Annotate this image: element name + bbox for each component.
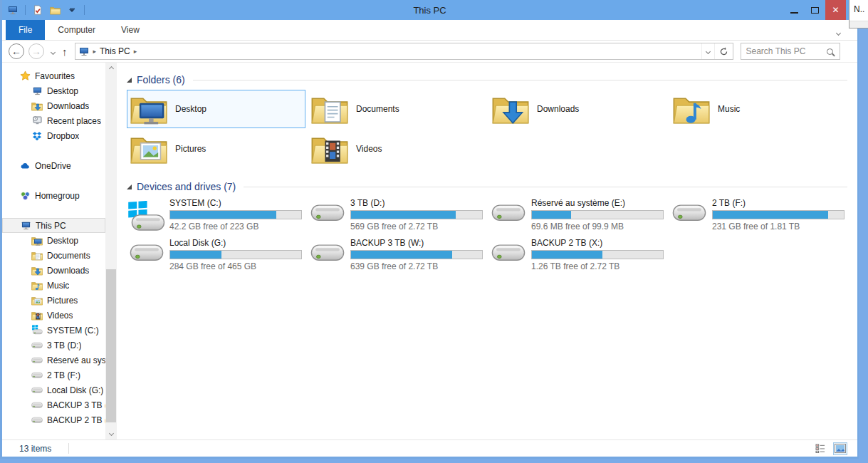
sidebar-item-downloads[interactable]: Downloads — [2, 98, 105, 113]
breadcrumb-arrow-icon[interactable]: ▸ — [93, 48, 97, 55]
sidebar-item-drive-e[interactable]: Réservé au systèr — [2, 353, 105, 368]
music-folder-icon — [672, 93, 711, 125]
recent-locations-chevron-icon[interactable] — [51, 46, 55, 56]
scroll-down-icon[interactable] — [105, 427, 117, 439]
group-header-folders[interactable]: Folders (6) — [127, 73, 847, 87]
customize-toolbar-chevron-icon[interactable] — [66, 4, 78, 16]
sidebar-item-onedrive[interactable]: OneDrive — [2, 158, 105, 173]
back-button[interactable]: ← — [9, 43, 24, 59]
sidebar-item-this-pc[interactable]: This PC — [2, 218, 105, 233]
cloud-icon — [19, 161, 31, 171]
videos-folder-icon — [310, 132, 349, 165]
breadcrumb[interactable]: ▸ This PC ▸ — [75, 46, 701, 56]
sidebar-item-drive-f[interactable]: 2 TB (F:) — [2, 368, 105, 383]
drive-tile-c[interactable]: SYSTEM (C:) 42.2 GB free of 223 GB — [127, 197, 305, 235]
drive-tile-g[interactable]: Local Disk (G:) 284 GB free of 465 GB — [127, 236, 305, 275]
toolbar-separator — [25, 5, 26, 15]
group-rule — [244, 187, 847, 187]
drive-icon — [488, 201, 528, 224]
monitor-icon — [31, 86, 43, 95]
folder-tile-desktop[interactable]: Desktop — [127, 90, 305, 128]
sidebar-item-drive-x[interactable]: BACKUP 2 TB (X: — [2, 412, 105, 427]
ribbon-expand-chevron-icon[interactable] — [837, 27, 840, 37]
group-header-drives[interactable]: Devices and drives (7) — [127, 180, 847, 194]
drive-tile-w[interactable]: BACKUP 3 TB (W:) 639 GB free of 2.72 TB — [308, 236, 486, 275]
scrollbar-thumb[interactable] — [106, 269, 116, 422]
drive-icon — [31, 356, 43, 364]
sidebar-item-pc-pictures[interactable]: Pictures — [2, 293, 105, 308]
sidebar-item-pc-downloads[interactable]: Downloads — [2, 263, 105, 278]
sidebar-item-pc-music[interactable]: Music — [2, 278, 105, 293]
capacity-bar — [712, 210, 845, 219]
capacity-bar — [531, 250, 664, 259]
address-dropdown-chevron-icon[interactable] — [701, 43, 714, 59]
drive-icon — [308, 241, 347, 264]
tab-computer[interactable]: Computer — [45, 20, 108, 40]
sidebar-item-drive-w[interactable]: BACKUP 3 TB (W — [2, 397, 105, 412]
sidebar-item-favourites[interactable]: Favourites — [2, 68, 105, 83]
thumbnails-view-icon[interactable] — [833, 442, 847, 455]
close-button[interactable]: ✕ — [825, 0, 846, 20]
sidebar-item-pc-videos[interactable]: Videos — [2, 308, 105, 323]
folder-tile-videos[interactable]: Videos — [308, 130, 486, 168]
drive-tile-d[interactable]: 3 TB (D:) 569 GB free of 2.72 TB — [308, 197, 486, 235]
capacity-bar — [531, 210, 664, 219]
sidebar-scrollbar[interactable] — [105, 63, 117, 439]
dropbox-icon — [31, 131, 43, 141]
drive-icon — [31, 371, 43, 379]
properties-icon[interactable] — [31, 4, 44, 16]
drive-tile-e[interactable]: Réservé au système (E:) 69.6 MB free of … — [488, 197, 667, 235]
scroll-up-icon[interactable] — [105, 63, 117, 75]
sidebar-item-homegroup[interactable]: Homegroup — [2, 188, 105, 203]
tab-file[interactable]: File — [6, 20, 45, 40]
desktop-folder-icon — [31, 236, 43, 246]
folder-tile-downloads[interactable]: Downloads — [488, 90, 667, 128]
minimize-button[interactable] — [784, 0, 805, 20]
drive-icon — [31, 386, 43, 394]
drive-icon — [31, 416, 43, 424]
documents-folder-icon — [310, 93, 349, 125]
collapse-triangle-icon[interactable] — [127, 184, 132, 189]
pictures-folder-icon — [31, 296, 43, 306]
system-menu-icon[interactable] — [6, 4, 19, 16]
downloads-folder-icon — [31, 266, 43, 276]
sidebar-item-drive-c[interactable]: SYSTEM (C:) — [2, 323, 105, 338]
drive-icon — [31, 401, 43, 409]
sidebar-item-drive-g[interactable]: Local Disk (G:) — [2, 383, 105, 397]
maximize-button[interactable] — [805, 0, 825, 20]
folders-grid: Desktop Documents Downloads Music Pictur… — [127, 90, 847, 170]
sidebar-item-desktop[interactable]: Desktop — [2, 83, 105, 98]
forward-button[interactable]: → — [28, 43, 44, 59]
group-title[interactable]: Folders (6) — [137, 74, 185, 85]
background-window[interactable]: N.. — [849, 0, 868, 28]
address-bar[interactable]: ▸ This PC ▸ — [75, 43, 733, 60]
drive-tile-f[interactable]: 2 TB (F:) 231 GB free of 1.81 TB — [669, 197, 848, 235]
folder-tile-pictures[interactable]: Pictures — [127, 130, 305, 168]
drive-icon — [669, 201, 709, 224]
tab-view[interactable]: View — [108, 20, 152, 40]
drive-tile-x[interactable]: BACKUP 2 TB (X:) 1.26 TB free of 2.72 TB — [488, 236, 667, 275]
sidebar-item-dropbox[interactable]: Dropbox — [2, 128, 105, 143]
sidebar-item-pc-desktop[interactable]: Desktop — [2, 233, 105, 248]
search-box[interactable] — [741, 43, 840, 60]
capacity-bar — [350, 250, 483, 259]
refresh-icon[interactable] — [714, 43, 733, 59]
new-folder-icon[interactable] — [48, 4, 61, 16]
up-button[interactable]: ↑ — [62, 46, 68, 58]
sidebar-item-drive-d[interactable]: 3 TB (D:) — [2, 338, 105, 353]
window-title: This PC — [2, 5, 857, 16]
collapse-triangle-icon[interactable] — [127, 78, 132, 83]
window-controls: ✕ — [784, 0, 846, 20]
sidebar-item-recent-places[interactable]: Recent places — [2, 113, 105, 128]
sidebar-item-pc-documents[interactable]: Documents — [2, 248, 105, 263]
breadcrumb-location[interactable]: This PC — [100, 46, 130, 56]
status-separator — [68, 443, 69, 454]
folder-tile-music[interactable]: Music — [669, 90, 848, 128]
recent-places-icon — [31, 115, 43, 126]
search-input[interactable] — [741, 46, 827, 56]
breadcrumb-arrow-icon[interactable]: ▸ — [134, 48, 137, 55]
details-view-icon[interactable] — [813, 442, 827, 455]
group-title[interactable]: Devices and drives (7) — [137, 181, 236, 192]
search-icon[interactable] — [827, 48, 833, 55]
folder-tile-documents[interactable]: Documents — [308, 90, 486, 128]
